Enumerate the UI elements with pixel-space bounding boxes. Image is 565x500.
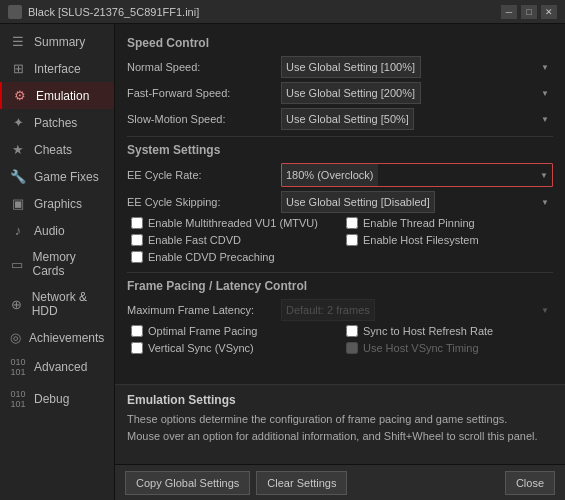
- host-filesystem-checkbox[interactable]: [346, 234, 358, 246]
- slow-motion-speed-row: Slow-Motion Speed: Use Global Setting [5…: [127, 108, 553, 130]
- sidebar-item-debug[interactable]: 010101 Debug: [0, 383, 114, 415]
- sidebar-item-cheats[interactable]: ★ Cheats: [0, 136, 114, 163]
- ee-cycle-skipping-select[interactable]: Use Global Setting [Disabled]: [281, 191, 435, 213]
- sidebar-label-achievements: Achievements: [29, 331, 104, 345]
- close-button[interactable]: Close: [505, 471, 555, 495]
- sync-refresh-checkbox-row: Sync to Host Refresh Rate: [346, 325, 553, 337]
- sidebar-item-summary[interactable]: ☰ Summary: [0, 28, 114, 55]
- sidebar-item-audio[interactable]: ♪ Audio: [0, 217, 114, 244]
- sidebar-item-achievements[interactable]: ◎ Achievements: [0, 324, 114, 351]
- maximize-button[interactable]: □: [521, 5, 537, 19]
- vsync-checkbox[interactable]: [131, 342, 143, 354]
- max-frame-latency-select-wrapper: Default: 2 frames: [281, 299, 553, 321]
- advanced-icon: 010101: [10, 357, 26, 377]
- sidebar-item-advanced[interactable]: 010101 Advanced: [0, 351, 114, 383]
- cdvd-precaching-label: Enable CDVD Precaching: [148, 251, 275, 263]
- host-vsync-checkbox-row: Use Host VSync Timing: [346, 342, 553, 354]
- sidebar-label-game-fixes: Game Fixes: [34, 170, 99, 184]
- host-vsync-checkbox[interactable]: [346, 342, 358, 354]
- host-filesystem-checkbox-row: Enable Host Filesystem: [346, 234, 553, 246]
- sidebar-item-memory-cards[interactable]: ▭ Memory Cards: [0, 244, 114, 284]
- graphics-icon: ▣: [10, 196, 26, 211]
- sidebar-item-interface[interactable]: ⊞ Interface: [0, 55, 114, 82]
- achievements-icon: ◎: [10, 330, 21, 345]
- sidebar-label-network-hdd: Network & HDD: [32, 290, 104, 318]
- sidebar-label-graphics: Graphics: [34, 197, 82, 211]
- normal-speed-select[interactable]: Use Global Setting [100%]: [281, 56, 421, 78]
- info-panel-title: Emulation Settings: [127, 393, 553, 407]
- emulation-icon: ⚙: [12, 88, 28, 103]
- host-vsync-label: Use Host VSync Timing: [363, 342, 479, 354]
- sync-refresh-checkbox[interactable]: [346, 325, 358, 337]
- system-settings-title: System Settings: [127, 143, 553, 157]
- thread-pinning-label: Enable Thread Pinning: [363, 217, 475, 229]
- ee-cycle-skipping-select-wrapper: Use Global Setting [Disabled]: [281, 191, 553, 213]
- cdvd-precaching-checkbox[interactable]: [131, 251, 143, 263]
- normal-speed-label: Normal Speed:: [127, 61, 277, 73]
- sidebar-item-emulation[interactable]: ⚙ Emulation: [0, 82, 114, 109]
- mtvu-label: Enable Multithreaded VU1 (MTVU): [148, 217, 318, 229]
- normal-speed-select-wrapper: Use Global Setting [100%]: [281, 56, 553, 78]
- info-panel-text-2: Mouse over an option for additional info…: [127, 428, 553, 445]
- sidebar-label-patches: Patches: [34, 116, 77, 130]
- frame-pacing-checkboxes: Optimal Frame Pacing Sync to Host Refres…: [131, 325, 553, 357]
- minimize-button[interactable]: ─: [501, 5, 517, 19]
- fast-forward-select[interactable]: Use Global Setting [200%]: [281, 82, 421, 104]
- audio-icon: ♪: [10, 223, 26, 238]
- ee-cycle-rate-row: EE Cycle Rate: 180% (Overclock): [127, 163, 553, 187]
- network-icon: ⊕: [10, 297, 24, 312]
- vsync-label: Vertical Sync (VSync): [148, 342, 254, 354]
- copy-global-settings-button[interactable]: Copy Global Settings: [125, 471, 250, 495]
- fast-cdvd-checkbox[interactable]: [131, 234, 143, 246]
- sidebar-item-patches[interactable]: ✦ Patches: [0, 109, 114, 136]
- ee-cycle-skipping-label: EE Cycle Skipping:: [127, 196, 277, 208]
- sidebar-label-cheats: Cheats: [34, 143, 72, 157]
- sidebar-item-game-fixes[interactable]: 🔧 Game Fixes: [0, 163, 114, 190]
- window-title: Black [SLUS-21376_5C891FF1.ini]: [28, 6, 199, 18]
- cheats-icon: ★: [10, 142, 26, 157]
- sidebar-label-summary: Summary: [34, 35, 85, 49]
- window-close-button[interactable]: ✕: [541, 5, 557, 19]
- ee-cycle-skipping-row: EE Cycle Skipping: Use Global Setting [D…: [127, 191, 553, 213]
- content-area: Speed Control Normal Speed: Use Global S…: [115, 24, 565, 500]
- thread-pinning-checkbox[interactable]: [346, 217, 358, 229]
- optimal-pacing-label: Optimal Frame Pacing: [148, 325, 257, 337]
- fast-cdvd-label: Enable Fast CDVD: [148, 234, 241, 246]
- fast-forward-speed-row: Fast-Forward Speed: Use Global Setting […: [127, 82, 553, 104]
- frame-pacing-title: Frame Pacing / Latency Control: [127, 279, 553, 293]
- debug-icon: 010101: [10, 389, 26, 409]
- ee-cycle-rate-select[interactable]: 180% (Overclock): [282, 164, 378, 186]
- sync-refresh-label: Sync to Host Refresh Rate: [363, 325, 493, 337]
- sidebar-item-network-hdd[interactable]: ⊕ Network & HDD: [0, 284, 114, 324]
- main-layout: ☰ Summary ⊞ Interface ⚙ Emulation ✦ Patc…: [0, 24, 565, 500]
- memory-cards-icon: ▭: [10, 257, 25, 272]
- vsync-checkbox-row: Vertical Sync (VSync): [131, 342, 338, 354]
- sidebar-item-graphics[interactable]: ▣ Graphics: [0, 190, 114, 217]
- sidebar-label-debug: Debug: [34, 392, 69, 406]
- divider-2: [127, 272, 553, 273]
- clear-settings-button[interactable]: Clear Settings: [256, 471, 347, 495]
- max-frame-latency-row: Maximum Frame Latency: Default: 2 frames: [127, 299, 553, 321]
- patches-icon: ✦: [10, 115, 26, 130]
- fast-forward-select-wrapper: Use Global Setting [200%]: [281, 82, 553, 104]
- speed-control-title: Speed Control: [127, 36, 553, 50]
- mtvu-checkbox[interactable]: [131, 217, 143, 229]
- sidebar-label-memory-cards: Memory Cards: [33, 250, 104, 278]
- app-icon: [8, 5, 22, 19]
- max-frame-latency-select[interactable]: Default: 2 frames: [281, 299, 375, 321]
- info-panel-text-1: These options determine the configuratio…: [127, 411, 553, 428]
- divider-1: [127, 136, 553, 137]
- sidebar-label-audio: Audio: [34, 224, 65, 238]
- optimal-pacing-checkbox[interactable]: [131, 325, 143, 337]
- sidebar-label-emulation: Emulation: [36, 89, 89, 103]
- slow-motion-label: Slow-Motion Speed:: [127, 113, 277, 125]
- slow-motion-select[interactable]: Use Global Setting [50%]: [281, 108, 414, 130]
- interface-icon: ⊞: [10, 61, 26, 76]
- fast-cdvd-checkbox-row: Enable Fast CDVD: [131, 234, 338, 246]
- ee-cycle-rate-label: EE Cycle Rate:: [127, 169, 277, 181]
- sidebar: ☰ Summary ⊞ Interface ⚙ Emulation ✦ Patc…: [0, 24, 115, 500]
- thread-pinning-checkbox-row: Enable Thread Pinning: [346, 217, 553, 229]
- fast-forward-label: Fast-Forward Speed:: [127, 87, 277, 99]
- sidebar-label-advanced: Advanced: [34, 360, 87, 374]
- info-panel: Emulation Settings These options determi…: [115, 384, 565, 464]
